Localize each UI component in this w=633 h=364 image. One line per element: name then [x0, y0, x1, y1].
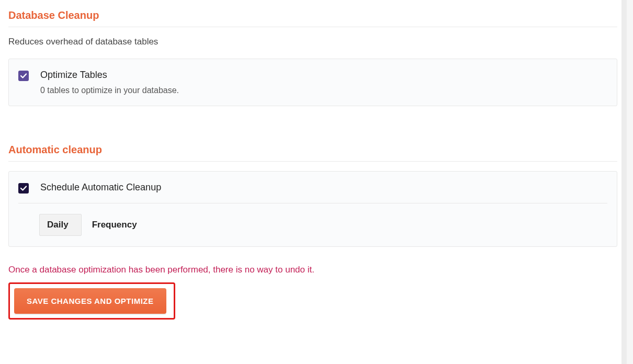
optimize-tables-checkbox[interactable] — [18, 71, 29, 81]
section-description-database-cleanup: Reduces overhead of database tables — [8, 37, 617, 47]
check-icon — [20, 72, 27, 79]
frequency-label: Frequency — [92, 220, 137, 230]
optimize-tables-panel: Optimize Tables 0 tables to optimize in … — [8, 59, 617, 106]
save-and-optimize-button[interactable]: SAVE CHANGES AND OPTIMIZE — [14, 288, 166, 314]
optimize-tables-label: Optimize Tables — [40, 70, 179, 81]
section-title-automatic-cleanup: Automatic cleanup — [8, 144, 617, 156]
optimization-warning: Once a database optimization has been pe… — [8, 265, 617, 275]
schedule-cleanup-checkbox[interactable] — [18, 183, 29, 194]
optimize-tables-sub: 0 tables to optimize in your database. — [40, 86, 179, 95]
check-icon — [20, 185, 27, 192]
schedule-cleanup-label: Schedule Automatic Cleanup — [40, 182, 161, 193]
automatic-cleanup-panel: Schedule Automatic Cleanup Daily Frequen… — [8, 171, 617, 247]
save-button-highlight: SAVE CHANGES AND OPTIMIZE — [8, 282, 175, 320]
frequency-select[interactable]: Daily — [39, 214, 82, 236]
divider — [8, 27, 617, 27]
section-title-database-cleanup: Database Cleanup — [8, 9, 617, 21]
